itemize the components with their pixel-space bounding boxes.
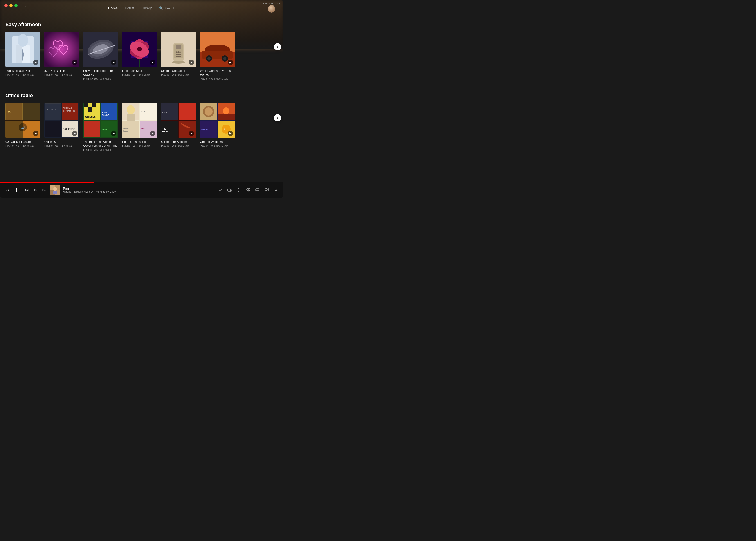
card-title-smooth-operators: Smooth Operators xyxy=(161,69,196,73)
thumbs-down-icon xyxy=(218,187,222,192)
card-whos-gonna-drive[interactable]: ▶ Who's Gonna Drive You Home? Playlist •… xyxy=(200,32,235,80)
svg-text:Whistles: Whistles xyxy=(85,115,96,118)
early-access-badge: EARLY ACCESS xyxy=(263,2,280,13)
card-subtitle-smooth-operators: Playlist • YouTube Music xyxy=(161,74,196,76)
svg-point-33 xyxy=(172,61,185,64)
svg-point-26 xyxy=(179,52,181,53)
card-title-easy-rolling: Easy Rolling Pop-Rock Classics xyxy=(83,69,118,77)
svg-rect-53 xyxy=(45,103,61,120)
skip-forward-button[interactable]: ⏭ xyxy=(24,187,30,193)
pause-button[interactable]: ⏸ xyxy=(14,186,21,194)
svg-rect-67 xyxy=(96,103,100,108)
easy-afternoon-next-button[interactable]: › xyxy=(274,43,281,50)
play-btn-easy-rolling[interactable]: ▶ xyxy=(111,60,116,65)
card-subtitle-whos-gonna-drive: Playlist • YouTube Music xyxy=(200,77,235,80)
svg-text:ROCK: ROCK xyxy=(162,112,168,114)
svg-text:HIVES: HIVES xyxy=(162,130,168,133)
card-80s-pop-ballads[interactable]: ▶ 80s Pop Ballads Playlist • YouTube Mus… xyxy=(44,32,79,76)
play-btn-pops-greatest[interactable]: ▶ xyxy=(150,131,155,136)
search-button[interactable]: 🔍 Search xyxy=(159,6,175,10)
forward-button[interactable]: → xyxy=(22,4,28,10)
tab-library[interactable]: Library xyxy=(141,5,152,11)
card-thumb-easy-rolling: ▶ xyxy=(83,32,118,67)
back-button[interactable]: ← xyxy=(13,4,19,10)
play-btn-office-rock[interactable]: ▶ xyxy=(189,131,194,136)
svg-point-24 xyxy=(176,52,178,53)
card-title-90s-guilty: 90s Guilty Pleasures xyxy=(5,140,40,144)
play-btn-office-80s[interactable]: ▶ xyxy=(72,131,77,136)
thumbs-down-button[interactable] xyxy=(217,187,223,194)
card-90s-guilty[interactable]: 90s 🔊 ▶ 90s Guilty Pleasures Playlist xyxy=(5,103,40,147)
thumbs-up-icon xyxy=(227,187,232,192)
card-office-80s[interactable]: Neil Young GREATEST THE CLASH COMBAT ROC… xyxy=(44,103,79,147)
svg-rect-119 xyxy=(230,190,231,191)
time-display: 1:21 / 4:05 xyxy=(34,189,47,192)
play-btn-90s-guilty[interactable]: ▶ xyxy=(33,131,38,136)
repeat-icon xyxy=(255,187,260,192)
card-best-worst[interactable]: Whistles FUNKY DANCE Cover ▶ The Best (a… xyxy=(83,103,118,151)
minimize-button[interactable] xyxy=(9,4,13,7)
play-btn-80s-pop-ballads[interactable]: ▶ xyxy=(72,60,77,65)
svg-rect-64 xyxy=(84,103,88,108)
play-btn-laidback-80s-pop[interactable]: ▶ xyxy=(33,60,38,65)
shuffle-button[interactable] xyxy=(264,187,270,194)
play-btn-laidback-soul[interactable]: ▶ xyxy=(150,60,155,65)
svg-rect-68 xyxy=(84,108,88,112)
tab-hotlist[interactable]: Hotlist xyxy=(125,5,134,11)
card-thumb-best-worst: Whistles FUNKY DANCE Cover ▶ xyxy=(83,103,118,138)
card-thumb-smooth-operators: ▶ xyxy=(161,32,196,67)
svg-text:Cover: Cover xyxy=(102,128,107,130)
card-subtitle-office-80s: Playlist • YouTube Music xyxy=(44,145,79,147)
card-subtitle-80s-pop-ballads: Playlist • YouTube Music xyxy=(44,74,79,76)
card-thumb-80s-pop-ballads: ▶ xyxy=(44,32,79,67)
svg-rect-23 xyxy=(176,45,181,49)
thumbs-up-button[interactable] xyxy=(226,187,233,194)
office-radio-next-button[interactable]: › xyxy=(274,114,281,121)
card-subtitle-one-hit-wonders: Playlist • YouTube Music xyxy=(200,145,235,147)
main-content: Easy afternoon ▶ xyxy=(0,0,283,182)
card-easy-rolling[interactable]: ▶ Easy Rolling Pop-Rock Classics Playlis… xyxy=(83,32,118,80)
avatar[interactable] xyxy=(268,5,275,13)
card-smooth-operators[interactable]: ▶ Smooth Operators Playlist • YouTube Mu… xyxy=(161,32,196,76)
track-info: Torn Natalie Imbruglia • Left Of The Mid… xyxy=(50,185,213,195)
close-button[interactable] xyxy=(5,4,8,7)
play-btn-whos-gonna-drive[interactable]: ▶ xyxy=(228,60,233,65)
svg-point-116 xyxy=(53,187,57,191)
svg-text:Back to: Back to xyxy=(123,128,128,129)
office-radio-cards: 90s 🔊 ▶ 90s Guilty Pleasures Playlist xyxy=(5,103,278,151)
card-pops-greatest[interactable]: POP Back to Basics PINK ▶ Pop's Greatest… xyxy=(122,103,157,147)
svg-point-102 xyxy=(205,108,213,116)
card-title-office-80s: Office 80s xyxy=(44,140,79,144)
track-name: Torn xyxy=(63,187,116,190)
svg-text:Basics: Basics xyxy=(123,130,128,132)
svg-text:GREATEST: GREATEST xyxy=(63,128,75,130)
card-laidback-80s-pop[interactable]: ▶ Laid-Back 80s Pop Playlist • YouTube M… xyxy=(5,32,40,76)
repeat-button[interactable] xyxy=(254,187,261,194)
easy-afternoon-section: Easy afternoon ▶ xyxy=(0,16,283,87)
play-btn-one-hit-wonders[interactable]: ▶ xyxy=(228,131,233,136)
play-btn-best-worst[interactable]: ▶ xyxy=(111,131,116,136)
expand-button[interactable]: ▲ xyxy=(273,187,279,193)
svg-point-32 xyxy=(179,56,181,57)
svg-point-30 xyxy=(176,56,178,57)
card-thumb-laidback-soul: ▶ xyxy=(122,32,157,67)
tab-home[interactable]: Home xyxy=(108,5,118,11)
more-options-button[interactable]: ⋮ xyxy=(236,187,242,193)
card-one-hit-wonders[interactable]: ONE-HIT ☀ ▶ One-Hit Wonders Playlist • Y… xyxy=(200,103,235,147)
svg-rect-4 xyxy=(18,34,28,47)
svg-point-25 xyxy=(178,52,179,53)
player-actions: ⋮ ▲ xyxy=(217,187,279,194)
card-title-whos-gonna-drive: Who's Gonna Drive You Home? xyxy=(200,69,235,77)
volume-button[interactable] xyxy=(245,187,251,194)
card-office-rock[interactable]: ROCK ROCK THE HIVES ▶ xyxy=(161,103,196,147)
svg-text:🔊: 🔊 xyxy=(21,126,25,130)
progress-line xyxy=(0,182,94,183)
svg-text:FUNKY: FUNKY xyxy=(102,111,109,114)
easy-afternoon-cards: ▶ Laid-Back 80s Pop Playlist • YouTube M… xyxy=(5,32,278,80)
card-laidback-soul[interactable]: ▶ Laid-Back Soul Playlist • YouTube Musi… xyxy=(122,32,157,76)
skip-back-button[interactable]: ⏮ xyxy=(5,187,10,193)
card-thumb-office-rock: ROCK ROCK THE HIVES ▶ xyxy=(161,103,196,138)
svg-text:PINK: PINK xyxy=(141,127,145,129)
play-btn-smooth-operators[interactable]: ▶ xyxy=(189,60,194,65)
svg-marker-120 xyxy=(246,188,248,191)
